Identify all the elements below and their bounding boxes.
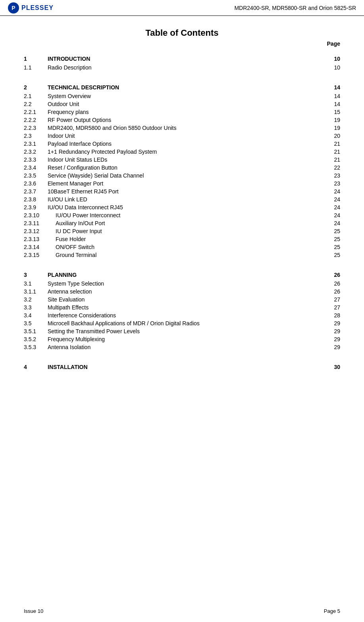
- toc-section-label: IU/OU Power Interconnect: [48, 212, 328, 218]
- toc-row: 2.2.2RF Power Output Options19: [24, 116, 340, 124]
- toc-page-number: 14: [328, 84, 340, 91]
- toc-row: 2.2Outdoor Unit14: [24, 100, 340, 108]
- toc-section-number: 3.5.2: [24, 336, 48, 342]
- toc-table: 1INTRODUCTION101.1Radio Description102TE…: [24, 55, 340, 371]
- toc-row: 2.3.13Fuse Holder25: [24, 235, 340, 243]
- toc-section-label: Microcell Backhaul Applications of MDR /…: [48, 320, 328, 326]
- toc-row: 2.3.1Payload Interface Options21: [24, 140, 340, 148]
- toc-row: 2.2.1Frequency plans15: [24, 108, 340, 116]
- toc-page-number: 24: [328, 204, 340, 211]
- toc-row: 2.3.10IU/OU Power Interconnect24: [24, 211, 340, 219]
- toc-section-number: 2.2.3: [24, 125, 48, 131]
- toc-page-number: 10: [328, 64, 340, 71]
- toc-section-number: 2.3: [24, 133, 48, 139]
- toc-page-number: 25: [328, 228, 340, 234]
- toc-page-number: 24: [328, 196, 340, 203]
- toc-row: 2TECHNICAL DESCRIPTION14: [24, 83, 340, 91]
- toc-section-number: 2.2: [24, 101, 48, 107]
- toc-section-label: Service (Wayside) Serial Data Channel: [48, 172, 328, 179]
- toc-row: 1.1Radio Description10: [24, 64, 340, 71]
- issue-label: Issue 10: [24, 608, 43, 614]
- toc-section-label: Auxiliary In/Out Port: [48, 220, 328, 226]
- toc-section-number: 2: [24, 84, 48, 91]
- toc-section-label: Radio Description: [48, 64, 328, 71]
- toc-section-label: IU/OU Data Interconnect RJ45: [48, 204, 328, 211]
- toc-page-number: 29: [328, 344, 340, 350]
- toc-section-label: Antenna selection: [48, 288, 328, 295]
- toc-section-label: IU/OU Link LED: [48, 196, 328, 203]
- toc-page-number: 24: [328, 188, 340, 195]
- toc-section-label: Element Manager Port: [48, 180, 328, 187]
- toc-row: 2.3Indoor Unit20: [24, 132, 340, 140]
- toc-page-number: 27: [328, 304, 340, 311]
- logo-letter: P: [12, 5, 15, 11]
- toc-page-number: 26: [328, 288, 340, 295]
- toc-section-number: 3.5: [24, 320, 48, 326]
- toc-spacer: [24, 351, 340, 357]
- toc-section-number: 3.2: [24, 296, 48, 303]
- toc-section-number: 1.1: [24, 64, 48, 71]
- toc-row: 3.5.2Frequency Multiplexing29: [24, 335, 340, 343]
- toc-section-label: Ground Terminal: [48, 252, 328, 258]
- toc-row: 3.5.1Setting the Transmitted Power Level…: [24, 327, 340, 335]
- toc-section-number: 3.4: [24, 312, 48, 319]
- toc-row: 2.3.15Ground Terminal25: [24, 251, 340, 259]
- toc-section-label: TECHNICAL DESCRIPTION: [48, 84, 328, 91]
- toc-section-number: 1: [24, 56, 48, 62]
- logo-area: P PLESSEY: [8, 2, 54, 14]
- toc-section-label: Outdoor Unit: [48, 101, 328, 107]
- toc-section-label: Indoor Unit: [48, 133, 328, 139]
- toc-section-number: 2.3.9: [24, 204, 48, 211]
- toc-section-label: Antenna Isolation: [48, 344, 328, 350]
- toc-page-number: 29: [328, 336, 340, 342]
- toc-page-number: 21: [328, 141, 340, 147]
- toc-section-number: 2.3.3: [24, 156, 48, 163]
- toc-section-number: 2.3.7: [24, 188, 48, 195]
- logo-icon: P: [8, 2, 19, 14]
- toc-page-number: 23: [328, 180, 340, 187]
- toc-section-label: Indoor Unit Status LEDs: [48, 156, 328, 163]
- toc-page-number: 14: [328, 101, 340, 107]
- toc-section-number: 2.3.11: [24, 220, 48, 226]
- page-number: Page 5: [324, 608, 340, 614]
- toc-section-number: 3.1: [24, 280, 48, 287]
- toc-spacer: [24, 71, 340, 78]
- toc-section-number: 2.3.14: [24, 244, 48, 250]
- toc-section-label: INTRODUCTION: [48, 56, 328, 62]
- toc-page-number: 25: [328, 236, 340, 242]
- toc-section-number: 2.3.1: [24, 141, 48, 147]
- toc-page-number: 19: [328, 117, 340, 123]
- toc-row: 1INTRODUCTION10: [24, 55, 340, 63]
- toc-row: 2.3.12IU DC Power Input25: [24, 227, 340, 235]
- toc-page-number: 29: [328, 320, 340, 326]
- toc-section-number: 3.3: [24, 304, 48, 311]
- toc-row: 3.5Microcell Backhaul Applications of MD…: [24, 319, 340, 327]
- toc-page-number: 28: [328, 312, 340, 319]
- toc-page-number: 27: [328, 296, 340, 303]
- page-header: P PLESSEY MDR2400-SR, MDR5800-SR and Ori…: [0, 0, 364, 16]
- toc-section-number: 2.3.4: [24, 164, 48, 171]
- toc-page-number: 24: [328, 220, 340, 226]
- toc-section-label: RF Power Output Options: [48, 117, 328, 123]
- toc-page-number: 20: [328, 133, 340, 139]
- document-title: MDR2400-SR, MDR5800-SR and Orion 5825-SR: [234, 5, 356, 11]
- toc-row: 2.3.21+1 Redundancy Protected Payload Sy…: [24, 148, 340, 156]
- toc-page-number: 10: [328, 56, 340, 62]
- toc-page-label: Page: [24, 41, 340, 47]
- toc-row: 3.5.3Antenna Isolation29: [24, 343, 340, 351]
- company-name: PLESSEY: [21, 4, 54, 12]
- toc-section-number: 3: [24, 272, 48, 278]
- toc-section-number: 3.1.1: [24, 288, 48, 295]
- toc-section-label: Site Evaluation: [48, 296, 328, 303]
- toc-section-label: Interference Considerations: [48, 312, 328, 319]
- toc-section-label: Fuse Holder: [48, 236, 328, 242]
- toc-spacer: [24, 259, 340, 265]
- toc-row: 2.3.6Element Manager Port23: [24, 180, 340, 187]
- toc-section-number: 2.2.1: [24, 109, 48, 115]
- toc-section-number: 2.3.15: [24, 252, 48, 258]
- toc-section-number: 2.3.2: [24, 149, 48, 155]
- toc-page-number: 19: [328, 125, 340, 131]
- toc-section-number: 2.3.8: [24, 196, 48, 203]
- toc-section-label: ON/OFF Switch: [48, 244, 328, 250]
- toc-section-number: 2.3.6: [24, 180, 48, 187]
